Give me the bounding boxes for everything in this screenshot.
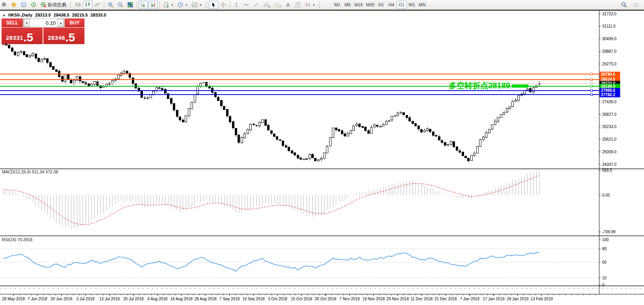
label-tool-button[interactable]: T bbox=[293, 1, 303, 9]
chart-bg bbox=[0, 11, 644, 305]
channel-letter: E bbox=[268, 5, 270, 8]
timeframe-m30-button[interactable]: M30 bbox=[364, 1, 376, 9]
tile-windows-button[interactable] bbox=[125, 1, 135, 9]
timeframe-m15-button[interactable]: M15 bbox=[353, 1, 364, 9]
timeframe-m1-button[interactable]: M1 bbox=[332, 1, 343, 9]
trade-panel-top-row: SELL ▼ ▲ BUY bbox=[2, 19, 84, 27]
svg-text:19 Sep 2018: 19 Sep 2018 bbox=[242, 297, 265, 301]
svg-text:80: 80 bbox=[602, 247, 607, 251]
svg-text:3 Jul 2018: 3 Jul 2018 bbox=[76, 297, 95, 301]
svg-text:21 Dec 2018: 21 Dec 2018 bbox=[434, 297, 457, 301]
close-value: 28333.0 bbox=[90, 13, 106, 17]
svg-text:29 Jan 2019: 29 Jan 2019 bbox=[507, 297, 528, 301]
periods-button[interactable]: ▼ bbox=[176, 1, 189, 9]
svg-text:25 Jul 2018: 25 Jul 2018 bbox=[123, 297, 144, 301]
zoom-in-button[interactable] bbox=[106, 1, 115, 9]
svg-text:7 Jun 2018: 7 Jun 2018 bbox=[28, 297, 47, 301]
sell-price-main: 28331 bbox=[6, 34, 23, 41]
turning-point-annotation: 多空转折点28189 bbox=[449, 81, 510, 90]
ohlc-bars-icon bbox=[75, 2, 81, 8]
signals-button[interactable] bbox=[29, 1, 38, 9]
svg-text:569.5: 569.5 bbox=[602, 168, 612, 173]
panel-collapse-arrow[interactable]: ▲ bbox=[2, 13, 6, 17]
templates-button[interactable]: ▼ bbox=[190, 1, 204, 9]
chat-button[interactable] bbox=[631, 1, 640, 9]
terminal-button[interactable] bbox=[19, 1, 28, 9]
new-order-button[interactable]: 单 bbox=[0, 1, 9, 9]
low-value: 28215.5 bbox=[72, 13, 88, 17]
svg-text:26 Oct 2018: 26 Oct 2018 bbox=[315, 297, 337, 301]
one-click-trading-panel: SELL ▼ ▲ BUY 28331 .5 28346 .5 bbox=[2, 19, 84, 44]
diamond-icon bbox=[11, 2, 17, 8]
trendline-tool-button[interactable] bbox=[251, 1, 261, 9]
volume-input[interactable] bbox=[30, 19, 58, 27]
line-chart-button[interactable] bbox=[93, 1, 102, 9]
toolbar-drag-handle[interactable] bbox=[319, 2, 320, 8]
sell-button[interactable]: SELL bbox=[2, 19, 23, 27]
bar-chart-button[interactable] bbox=[73, 1, 82, 9]
volume-decrease-button[interactable]: ▼ bbox=[24, 19, 30, 27]
svg-text:3 Oct 2018: 3 Oct 2018 bbox=[268, 297, 287, 301]
horizontal-line-tool-button[interactable] bbox=[242, 1, 251, 9]
channel-tool-button[interactable]: E bbox=[261, 1, 272, 9]
cursor-tool-button[interactable] bbox=[209, 1, 218, 9]
level-anchor-marker bbox=[590, 82, 592, 84]
svg-text:25621.0: 25621.0 bbox=[602, 137, 617, 141]
vertical-line-tool-button[interactable] bbox=[232, 1, 241, 9]
toolbar-drag-handle[interactable] bbox=[206, 2, 207, 8]
tile-windows-icon bbox=[127, 2, 133, 8]
search-button[interactable] bbox=[619, 1, 629, 9]
timeframe-h4-button[interactable]: H4 bbox=[386, 1, 397, 9]
signal-icon bbox=[30, 2, 37, 8]
autoscroll-button[interactable] bbox=[139, 1, 148, 9]
vertical-line-icon bbox=[233, 2, 240, 8]
toolbar-separator bbox=[137, 1, 137, 8]
candlestick-chart-button[interactable] bbox=[83, 1, 92, 9]
autotrading-button[interactable]: 自动交易 bbox=[39, 1, 68, 9]
svg-text:28780.6: 28780.6 bbox=[601, 72, 616, 76]
chart-shift-button[interactable] bbox=[148, 1, 158, 9]
chevron-down-icon: ▼ bbox=[185, 4, 188, 6]
crosshair-tool-button[interactable] bbox=[219, 1, 228, 9]
buy-price-main: 28346 bbox=[48, 34, 65, 41]
price-chart-canvas[interactable]: RSI(14) 70.2918多空转折点28189MACD(12,26,9) 5… bbox=[0, 11, 644, 305]
candles-icon bbox=[84, 2, 91, 8]
level-anchor-marker bbox=[590, 86, 592, 87]
svg-text:27439.0: 27439.0 bbox=[602, 100, 617, 104]
svg-text:16 Aug 2018: 16 Aug 2018 bbox=[170, 297, 193, 301]
chevron-down-icon: ▼ bbox=[199, 4, 202, 6]
svg-text:7 Sep 2018: 7 Sep 2018 bbox=[219, 297, 240, 301]
svg-text:15: 15 bbox=[602, 276, 607, 280]
sell-price-box[interactable]: 28331 .5 bbox=[2, 28, 43, 44]
timeframe-d1-button[interactable]: D1 bbox=[397, 1, 407, 9]
svg-text:6 Aug 2018: 6 Aug 2018 bbox=[148, 297, 168, 301]
svg-text:28189.0: 28189.0 bbox=[601, 84, 616, 89]
svg-text:0: 0 bbox=[602, 283, 605, 287]
arrows-tool-button[interactable]: ▼ bbox=[303, 1, 317, 9]
toolbar-drag-handle[interactable] bbox=[70, 2, 71, 8]
timeframe-w1-button[interactable]: W1 bbox=[407, 1, 417, 9]
svg-text:26827.0: 26827.0 bbox=[602, 112, 617, 117]
line-chart-icon bbox=[94, 2, 101, 8]
text-tool-button[interactable]: A bbox=[283, 1, 293, 9]
svg-text:7 Jan 2019: 7 Jan 2019 bbox=[460, 297, 479, 301]
metaeditor-button[interactable] bbox=[9, 1, 19, 9]
level-anchor-marker bbox=[590, 78, 592, 80]
fibonacci-letter: F bbox=[279, 5, 281, 8]
chart-shift-icon bbox=[150, 2, 156, 8]
svg-text:-709.99: -709.99 bbox=[602, 230, 616, 234]
timeframe-h1-button[interactable]: H1 bbox=[376, 1, 386, 9]
main-toolbar: 单 自动交易 ▼ ▼ bbox=[0, 0, 644, 10]
svg-text:25009.0: 25009.0 bbox=[602, 150, 617, 154]
timeframe-mn-button[interactable]: MN bbox=[417, 1, 427, 9]
volume-increase-button[interactable]: ▲ bbox=[58, 19, 64, 27]
fibonacci-tool-button[interactable]: F bbox=[272, 1, 283, 9]
timeframe-group: M1M5M15M30H1H4D1W1MN bbox=[332, 1, 427, 9]
zoom-out-button[interactable] bbox=[116, 1, 125, 9]
svg-text:19 Nov 2018: 19 Nov 2018 bbox=[362, 297, 385, 301]
buy-price-box[interactable]: 28346 .5 bbox=[43, 28, 84, 44]
buy-button[interactable]: BUY bbox=[65, 19, 84, 27]
add-indicator-button[interactable]: ▼ bbox=[161, 1, 175, 9]
svg-text:28 Aug 2018: 28 Aug 2018 bbox=[195, 297, 217, 301]
timeframe-m5-button[interactable]: M5 bbox=[343, 1, 353, 9]
